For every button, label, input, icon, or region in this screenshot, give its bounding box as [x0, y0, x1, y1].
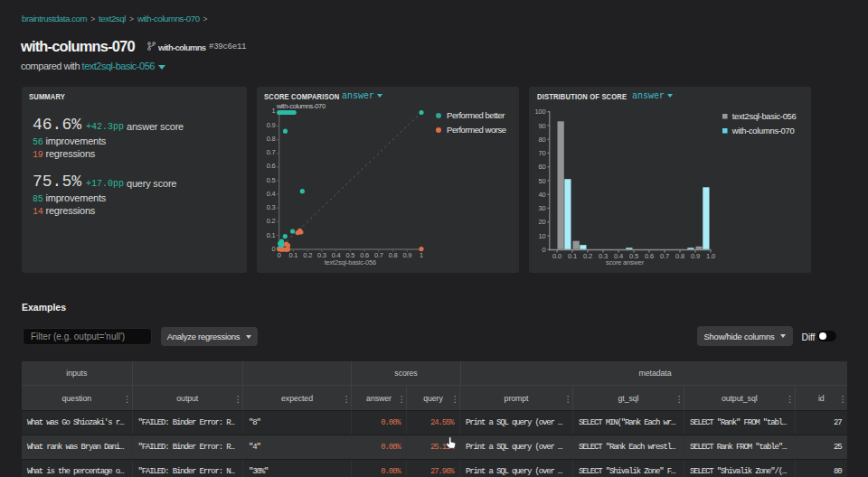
svg-text:0.2: 0.2 [266, 217, 275, 225]
svg-text:0.6: 0.6 [645, 252, 654, 260]
svg-text:0.2: 0.2 [583, 252, 592, 260]
svg-text:0.7: 0.7 [266, 148, 275, 156]
svg-text:with-columns-070: with-columns-070 [275, 102, 325, 110]
svg-text:60: 60 [538, 163, 545, 171]
svg-text:1: 1 [420, 251, 423, 259]
svg-text:1.0: 1.0 [706, 252, 715, 260]
svg-text:100: 100 [534, 108, 545, 116]
svg-text:text2sql-basic-056: text2sql-basic-056 [731, 111, 796, 121]
svg-text:0.8: 0.8 [388, 251, 397, 259]
svg-text:0.9: 0.9 [402, 251, 411, 259]
svg-text:30: 30 [538, 204, 545, 212]
svg-text:0.6: 0.6 [266, 162, 275, 170]
svg-text:0: 0 [542, 246, 545, 254]
svg-text:0.2: 0.2 [303, 251, 312, 259]
svg-text:70: 70 [538, 149, 545, 157]
svg-text:0.8: 0.8 [266, 135, 275, 143]
svg-text:40: 40 [538, 191, 545, 199]
svg-text:Performed worse: Performed worse [447, 125, 506, 135]
svg-text:0.1: 0.1 [266, 231, 275, 239]
svg-text:0.9: 0.9 [266, 121, 275, 129]
svg-text:0: 0 [271, 245, 275, 253]
svg-text:90: 90 [538, 122, 545, 130]
svg-text:0: 0 [277, 251, 280, 259]
svg-text:with-columns-070: with-columns-070 [731, 126, 794, 136]
svg-text:1: 1 [271, 107, 275, 115]
svg-text:Performed better: Performed better [447, 110, 505, 120]
svg-text:0.9: 0.9 [691, 252, 700, 260]
svg-text:50: 50 [538, 177, 545, 185]
svg-text:0.3: 0.3 [266, 203, 275, 211]
svg-text:10: 10 [538, 232, 545, 240]
svg-text:0.1: 0.1 [288, 251, 297, 259]
svg-text:text2sql-basic-056: text2sql-basic-056 [324, 258, 375, 267]
svg-text:0.5: 0.5 [266, 176, 275, 184]
svg-text:0.1: 0.1 [568, 252, 577, 260]
svg-text:0.7: 0.7 [660, 252, 669, 260]
svg-text:80: 80 [538, 136, 545, 144]
svg-text:0.4: 0.4 [266, 190, 275, 198]
svg-text:0.8: 0.8 [675, 252, 684, 260]
svg-text:0.0: 0.0 [552, 252, 561, 260]
svg-text:20: 20 [538, 218, 545, 226]
svg-text:score answer: score answer [605, 258, 644, 267]
